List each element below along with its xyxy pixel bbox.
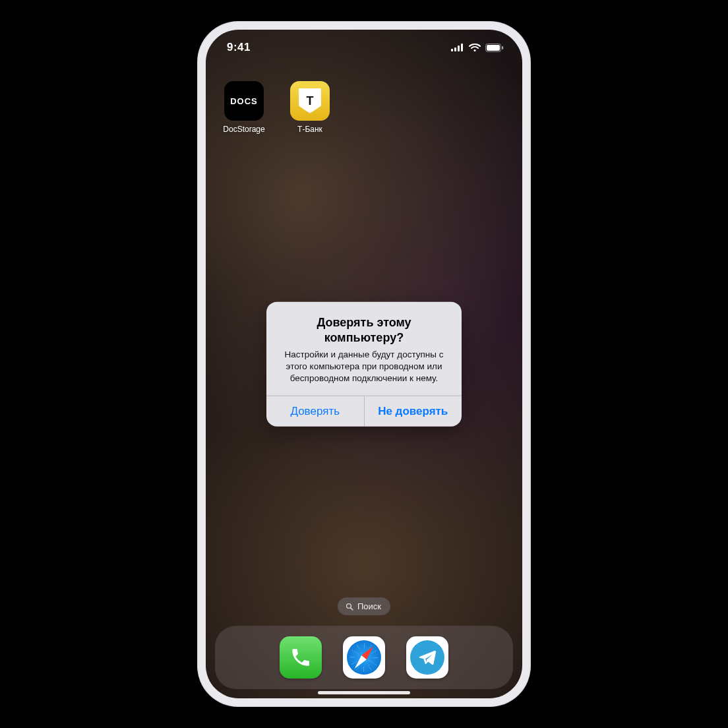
alert-message: Настройки и данные будут доступны с этог…: [278, 349, 450, 385]
app-label: Т‑Банк: [297, 125, 322, 134]
svg-rect-6: [487, 45, 500, 51]
status-right: [451, 44, 504, 52]
status-time: 9:41: [227, 41, 251, 54]
svg-rect-0: [451, 49, 453, 51]
search-label: Поиск: [357, 601, 381, 611]
cellular-icon: [451, 44, 464, 51]
dock: [215, 626, 513, 689]
svg-rect-2: [458, 46, 460, 51]
phone-icon: [289, 646, 312, 669]
dock-safari-app[interactable]: [343, 636, 385, 679]
svg-point-4: [473, 49, 475, 51]
dock-phone-app[interactable]: [280, 636, 322, 679]
search-icon: [346, 603, 353, 611]
svg-rect-3: [461, 44, 463, 51]
phone-frame: 9:41 DOCS DocStorage T Т‑Банк: [197, 21, 531, 707]
docstorage-icon: DOCS: [224, 81, 264, 121]
app-docstorage[interactable]: DOCS DocStorage: [220, 81, 268, 134]
app-tbank[interactable]: T Т‑Банк: [286, 81, 334, 134]
svg-line-9: [351, 607, 353, 609]
telegram-icon: [410, 640, 444, 675]
dont-trust-button[interactable]: Не доверять: [365, 396, 462, 426]
dock-telegram-app[interactable]: [406, 636, 448, 679]
alert-buttons: Доверять Не доверять: [266, 396, 462, 426]
tbank-icon: T: [290, 81, 330, 121]
status-bar: 9:41: [206, 30, 522, 65]
wifi-icon: [469, 44, 481, 52]
trust-computer-alert: Доверять этому компьютеру? Настройки и д…: [266, 302, 462, 427]
safari-icon: [347, 640, 381, 675]
phone-screen: 9:41 DOCS DocStorage T Т‑Банк: [206, 30, 522, 698]
alert-title: Доверять этому компьютеру?: [278, 315, 450, 345]
app-label: DocStorage: [223, 125, 264, 134]
home-indicator[interactable]: [318, 691, 410, 694]
alert-body: Доверять этому компьютеру? Настройки и д…: [266, 302, 462, 396]
home-apps-row: DOCS DocStorage T Т‑Банк: [220, 81, 334, 134]
svg-rect-1: [454, 47, 456, 51]
trust-button[interactable]: Доверять: [266, 396, 364, 426]
svg-rect-7: [502, 46, 503, 49]
battery-icon: [485, 44, 504, 52]
spotlight-search[interactable]: Поиск: [338, 597, 390, 615]
